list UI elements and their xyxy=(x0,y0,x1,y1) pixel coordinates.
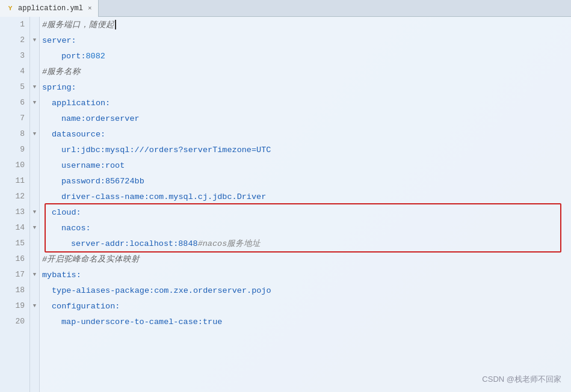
line-number: 6 xyxy=(0,95,29,111)
code-token: #开启驼峰命名及实体映射 xyxy=(42,254,140,265)
fold-cell[interactable]: ▼ xyxy=(30,298,39,314)
code-line: application: xyxy=(42,95,571,111)
code-token: application: xyxy=(52,99,110,108)
code-token: configuration: xyxy=(52,302,120,311)
code-line: username: root xyxy=(42,158,571,173)
line-number: 5 xyxy=(0,79,29,95)
fold-arrow: ▼ xyxy=(33,225,36,231)
code-token: 8082 xyxy=(86,52,105,61)
yaml-file-icon: Y xyxy=(6,4,14,13)
code-token: datasource: xyxy=(52,130,105,139)
code-line: #服务端口，随便起 xyxy=(42,17,571,32)
fold-arrow: ▼ xyxy=(33,303,36,309)
code-line: mybatis: xyxy=(42,267,571,283)
fold-cell[interactable]: ▼ xyxy=(30,32,39,48)
line-number: 16 xyxy=(0,251,29,267)
fold-cell xyxy=(30,111,39,126)
line-number: 19 xyxy=(0,298,29,314)
code-line: #开启驼峰命名及实体映射 xyxy=(42,251,571,267)
tab-close-button[interactable]: × xyxy=(88,5,92,12)
code-token: mybatis: xyxy=(42,271,81,280)
tab-filename: application.yml xyxy=(18,4,83,13)
tab-bar: Y application.yml × xyxy=(0,0,571,17)
code-content: #服务端口，随便起server:port: 8082#服务名称spring:ap… xyxy=(40,17,571,392)
code-token: localhost:8848 xyxy=(129,239,197,248)
fold-cell[interactable]: ▼ xyxy=(30,126,39,142)
code-line: map-underscore-to-camel-case: true xyxy=(42,314,571,329)
fold-cell xyxy=(30,142,39,158)
code-token: jdbc:mysql:///orders?serverTimezone=UTC xyxy=(81,145,271,155)
code-line: server: xyxy=(42,32,571,48)
fold-arrow: ▼ xyxy=(33,209,36,215)
code-token: #服务名称 xyxy=(42,66,81,77)
editor-area: 1234567891011121314151617181920 ▼▼▼▼▼▼▼▼… xyxy=(0,17,571,392)
fold-cell xyxy=(30,17,39,32)
code-line: #服务名称 xyxy=(42,64,571,79)
fold-cell xyxy=(30,173,39,189)
code-line: server-addr: localhost:8848 #nacos服务地址 xyxy=(42,236,571,251)
code-line: cloud: xyxy=(42,204,571,220)
line-number: 14 xyxy=(0,220,29,236)
code-token: com.mysql.cj.jdbc.Driver xyxy=(149,192,266,201)
code-token: port: xyxy=(61,52,86,61)
lines-wrapper: #服务端口，随便起server:port: 8082#服务名称spring:ap… xyxy=(42,17,571,329)
code-line: name: orderserver xyxy=(42,111,571,126)
code-token: password: xyxy=(61,177,105,186)
line-number: 15 xyxy=(0,236,29,251)
code-token: nacos: xyxy=(61,224,91,233)
fold-arrow: ▼ xyxy=(33,84,36,90)
line-number: 11 xyxy=(0,173,29,189)
code-token: true xyxy=(203,317,222,326)
fold-cell[interactable]: ▼ xyxy=(30,79,39,95)
fold-arrow: ▼ xyxy=(33,272,36,278)
code-token: orderserver xyxy=(86,114,140,123)
code-token: 856724bb xyxy=(105,177,144,186)
fold-cell xyxy=(30,158,39,173)
fold-cell xyxy=(30,64,39,79)
code-token: type-aliases-package: xyxy=(52,286,154,295)
code-token: driver-class-name: xyxy=(61,192,149,201)
fold-cell[interactable]: ▼ xyxy=(30,220,39,236)
editor-container: Y application.yml × 12345678910111213141… xyxy=(0,0,571,392)
line-number: 20 xyxy=(0,314,29,329)
fold-cell xyxy=(30,283,39,298)
code-token: name: xyxy=(61,114,86,123)
code-line: type-aliases-package: com.zxe.orderserve… xyxy=(42,283,571,298)
line-number: 3 xyxy=(0,48,29,64)
code-token: #nacos服务地址 xyxy=(198,238,261,249)
code-token: username: xyxy=(61,161,105,170)
fold-cell[interactable]: ▼ xyxy=(30,95,39,111)
code-token: com.zxe.orderserver.pojo xyxy=(154,286,271,295)
code-token: url: xyxy=(61,145,81,155)
fold-arrow: ▼ xyxy=(33,100,36,106)
code-token: map-underscore-to-camel-case: xyxy=(61,317,203,326)
fold-cell xyxy=(30,251,39,267)
code-line: datasource: xyxy=(42,126,571,142)
line-number: 13 xyxy=(0,204,29,220)
fold-area: ▼▼▼▼▼▼▼▼ xyxy=(30,17,40,392)
line-number: 8 xyxy=(0,126,29,142)
line-number: 12 xyxy=(0,189,29,204)
fold-cell xyxy=(30,236,39,251)
line-number: 2 xyxy=(0,32,29,48)
code-line: port: 8082 xyxy=(42,48,571,64)
fold-cell xyxy=(30,314,39,329)
line-number: 1 xyxy=(0,17,29,32)
code-line: configuration: xyxy=(42,298,571,314)
fold-cell[interactable]: ▼ xyxy=(30,204,39,220)
file-tab[interactable]: Y application.yml × xyxy=(0,0,99,17)
code-line: spring: xyxy=(42,79,571,95)
code-token: #服务端口，随便起 xyxy=(42,19,114,30)
fold-cell xyxy=(30,48,39,64)
code-token: root xyxy=(105,161,125,170)
fold-cell[interactable]: ▼ xyxy=(30,267,39,283)
code-line: url: jdbc:mysql:///orders?serverTimezone… xyxy=(42,142,571,158)
code-token: server-addr: xyxy=(71,239,129,248)
code-line: nacos: xyxy=(42,220,571,236)
code-token: spring: xyxy=(42,83,76,92)
code-token: server: xyxy=(42,36,76,45)
line-number: 18 xyxy=(0,283,29,298)
code-token: cloud: xyxy=(52,208,81,217)
watermark: CSDN @栈老师不回家 xyxy=(482,374,561,385)
line-number: 9 xyxy=(0,142,29,158)
